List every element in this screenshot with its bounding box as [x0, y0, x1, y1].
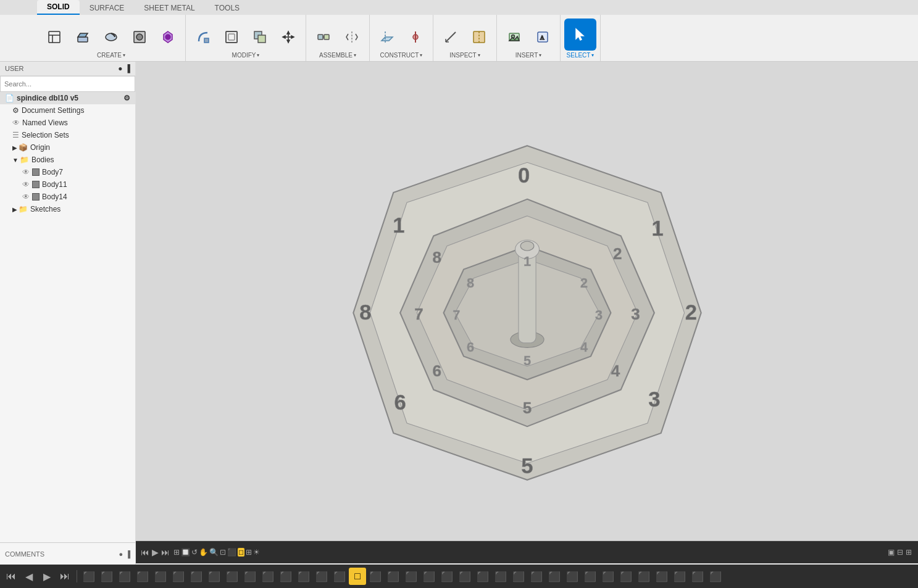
tool-icon-32[interactable]: ⬛	[653, 568, 670, 585]
combine-button[interactable]	[246, 23, 273, 51]
split-view-icon[interactable]: ⊞	[906, 548, 912, 557]
tree-item-selectionsets[interactable]: ☰ Selection Sets	[0, 129, 135, 141]
play-button[interactable]: ▶	[152, 547, 159, 557]
tool-icon-9[interactable]: ⬛	[223, 568, 241, 585]
tree-item-file[interactable]: 📄 spindice dbl10 v5 ⚙	[0, 92, 135, 104]
tab-sheetmetal[interactable]: SHEET METAL	[134, 1, 204, 15]
select-button[interactable]	[564, 19, 596, 51]
tool-icon-30[interactable]: ⬛	[617, 568, 635, 585]
grid-display-icon[interactable]: ⊞	[246, 548, 252, 557]
tool-icon-31[interactable]: ⬛	[635, 568, 653, 585]
tool-icon-21[interactable]: ⬛	[456, 568, 474, 585]
tree-item-docsettings[interactable]: ⚙ Document Settings	[0, 104, 135, 117]
section-analysis-button[interactable]	[465, 23, 493, 51]
tool-icon-4[interactable]: ⬛	[134, 568, 151, 585]
tool-icon-22[interactable]: ⬛	[474, 568, 491, 585]
tree-item-body7[interactable]: 👁 Body7	[0, 166, 135, 178]
tab-solid[interactable]: SOLID	[37, 0, 80, 15]
create-label[interactable]: CREATE ▾	[97, 52, 125, 59]
tool-icon-11[interactable]: ⬛	[259, 568, 277, 585]
viewport[interactable]: 0 1 2 3 5 6 8 1 2 3 4 5 6 7 8 2 3 4 5 6 …	[136, 62, 918, 563]
axis-button[interactable]	[402, 23, 429, 51]
sidebar-collapse-icon[interactable]: ▐	[125, 64, 130, 73]
canvas-button[interactable]	[501, 23, 528, 51]
joint-button[interactable]	[310, 23, 337, 51]
sidebar-expand-icon[interactable]: ●	[118, 64, 122, 73]
tool-icon-23[interactable]: ⬛	[492, 568, 509, 585]
prev-frame-button[interactable]: ⏮	[141, 547, 149, 557]
tool-icon-15[interactable]: ⬛	[331, 568, 348, 585]
tab-surface[interactable]: SURFACE	[80, 1, 135, 15]
special-button[interactable]	[154, 23, 182, 51]
grid-icon[interactable]: ⊞	[173, 548, 180, 557]
construct-label[interactable]: CONSTRUCT ▾	[380, 52, 423, 59]
zoom-icon[interactable]: 🔍	[209, 548, 219, 557]
tool-icon-28[interactable]: ⬛	[582, 568, 599, 585]
tool-icon-24[interactable]: ⬛	[510, 568, 527, 585]
body11-visibility-icon[interactable]: 👁	[22, 180, 30, 189]
pan-icon[interactable]: ✋	[199, 548, 208, 557]
tool-icon-19[interactable]: ⬛	[420, 568, 438, 585]
tool-icon-13[interactable]: ⬛	[295, 568, 312, 585]
tool-icon-7[interactable]: ⬛	[188, 568, 205, 585]
inspect-label[interactable]: INSPECT ▾	[449, 52, 480, 59]
tool-icon-25[interactable]: ⬛	[528, 568, 545, 585]
tool-icon-10[interactable]: ⬛	[241, 568, 259, 585]
sidebar-search-input[interactable]	[0, 76, 135, 92]
tool-icon-6[interactable]: ⬛	[170, 568, 187, 585]
tree-item-bodies[interactable]: ▼ 📁 Bodies	[0, 154, 135, 166]
fillet-button[interactable]	[190, 23, 217, 51]
tool-icon-2[interactable]: ⬛	[98, 568, 115, 585]
tool-icon-26[interactable]: ⬛	[546, 568, 563, 585]
comments-expand-icon[interactable]: ●	[119, 550, 123, 558]
settings-gear-icon[interactable]: ⚙	[123, 94, 130, 102]
tool-icon-3[interactable]: ⬛	[116, 568, 133, 585]
decal-button[interactable]: A	[529, 23, 556, 51]
tool-icon-active[interactable]: □	[349, 568, 366, 585]
visual-style-button[interactable]: □	[238, 548, 244, 557]
layout-icon[interactable]: ⊟	[897, 548, 903, 557]
tab-tools[interactable]: TOOLS	[205, 1, 249, 15]
comments-collapse-icon[interactable]: ▐	[125, 550, 130, 558]
tool-icon-18[interactable]: ⬛	[403, 568, 420, 585]
tool-icon-14[interactable]: ⬛	[313, 568, 330, 585]
measure-button[interactable]	[437, 23, 464, 51]
tree-item-origin[interactable]: ▶ 📦 Origin	[0, 141, 135, 154]
timeline-play[interactable]: ▶	[38, 568, 56, 585]
tool-icon-27[interactable]: ⬛	[564, 568, 581, 585]
tree-item-body11[interactable]: 👁 Body11	[0, 178, 135, 191]
new-sketch-button[interactable]	[41, 23, 68, 51]
body7-visibility-icon[interactable]: 👁	[22, 168, 30, 176]
next-frame-button[interactable]: ⏭	[161, 547, 170, 557]
timeline-fwd[interactable]: ⏭	[56, 568, 73, 585]
tree-item-body14[interactable]: 👁 Body14	[0, 191, 135, 203]
tool-icon-29[interactable]: ⬛	[599, 568, 617, 585]
snap-icon[interactable]: 🔲	[181, 548, 190, 557]
zoom-fit-icon[interactable]: ⊡	[220, 548, 226, 557]
timeline-back[interactable]: ◀	[20, 568, 38, 585]
mirror-button[interactable]	[338, 23, 365, 51]
body14-visibility-icon[interactable]: 👁	[22, 193, 30, 201]
tool-icon-33[interactable]: ⬛	[671, 568, 688, 585]
tool-icon-16[interactable]: ⬛	[367, 568, 384, 585]
tool-icon-12[interactable]: ⬛	[277, 568, 294, 585]
view-cube-icon[interactable]: ⬛	[227, 548, 236, 557]
revolve-button[interactable]	[98, 23, 125, 51]
tool-icon-34[interactable]: ⬛	[689, 568, 706, 585]
assemble-label[interactable]: ASSEMBLE ▾	[319, 52, 356, 59]
orbit-icon[interactable]: ↺	[191, 548, 198, 557]
insert-label[interactable]: INSERT ▾	[515, 52, 542, 59]
tree-item-sketches[interactable]: ▶ 📁 Sketches	[0, 203, 135, 215]
tool-icon-8[interactable]: ⬛	[206, 568, 223, 585]
timeline-start[interactable]: ⏮	[2, 568, 20, 585]
hole-button[interactable]	[126, 23, 153, 51]
tool-icon-20[interactable]: ⬛	[438, 568, 456, 585]
environment-icon[interactable]: ☀	[253, 548, 260, 557]
extrude-button[interactable]	[69, 23, 96, 51]
tool-icon-35[interactable]: ⬛	[707, 568, 724, 585]
tool-icon-1[interactable]: ⬛	[80, 568, 98, 585]
move-button[interactable]	[275, 23, 302, 51]
select-label[interactable]: SELECT ▾	[567, 52, 595, 59]
perspective-icon[interactable]: ▣	[888, 548, 895, 557]
modify-label[interactable]: MODIFY ▾	[232, 52, 260, 59]
